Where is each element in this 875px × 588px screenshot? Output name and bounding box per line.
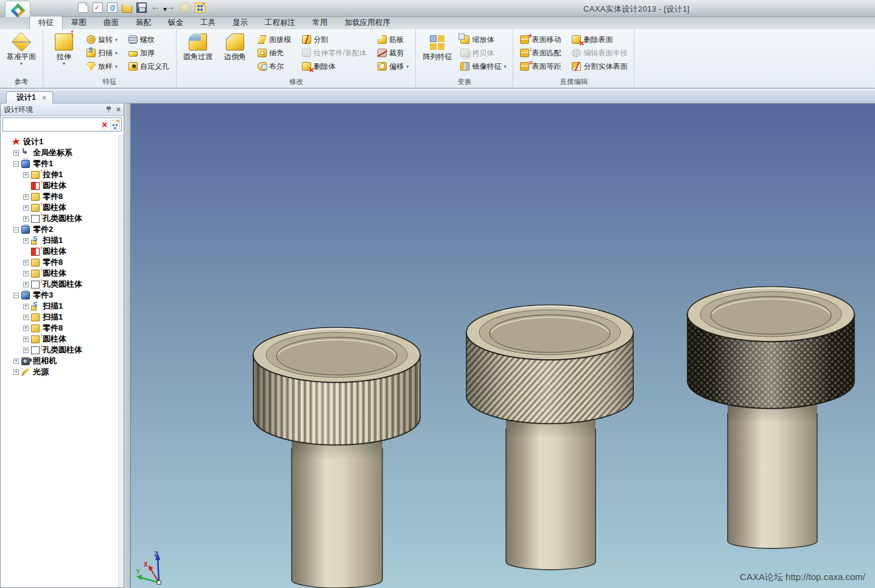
diamond-knurl-knob[interactable] [686,285,857,559]
tree-item[interactable]: 圆柱体 [1,180,118,191]
ribbon-small-button[interactable]: 扫描 ▾ [85,47,119,59]
ribbon-small-button[interactable]: 面拔模 ▾ [256,34,293,46]
tree-item[interactable]: + 零件8 [1,323,118,334]
ribbon-small-button[interactable]: 布尔 ▾ [256,61,293,72]
ribbon-tab[interactable]: 显示 [224,16,256,29]
ribbon-small-button[interactable]: 表面移动 ▾ [518,34,563,46]
tree-item[interactable]: + 圆柱体 [1,268,118,279]
ribbon-small-button[interactable]: 编辑表面半径 ▾ [570,47,629,59]
ribbon-small-button[interactable]: 拷贝体 ▾ [459,47,508,59]
tree-item[interactable]: + 孔类圆柱体 [1,345,118,355]
tree-expander[interactable]: + [23,172,29,178]
tree-expander[interactable]: + [23,271,29,276]
ribbon-small-button[interactable]: 表面等距 ▾ [518,61,563,72]
ribbon-small-button[interactable]: 偏移 ▾ [376,61,410,72]
fillet-button[interactable]: 圆角过渡 [181,31,214,63]
chamfer-button[interactable]: 边倒角 [219,31,251,63]
tree-item[interactable]: + 拉伸1 [1,169,118,180]
ribbon-small-button[interactable]: 删除表面 ▾ [570,34,629,46]
ribbon-tab[interactable]: 工程标注 [256,16,304,29]
tree-expander[interactable]: − [13,161,19,167]
pin-icon[interactable] [106,106,111,113]
panel-splitter[interactable] [124,103,130,588]
ribbon-small-button[interactable]: 分割实体表面 ▾ [570,61,629,72]
quick-access-icon[interactable] [136,2,147,13]
tree-item[interactable]: + 零件8 [1,257,118,268]
ribbon-small-button[interactable]: 分割 ▾ [300,34,368,46]
ribbon-tab[interactable]: 草图 [63,16,95,29]
tree-item[interactable]: − 零件2 [1,224,118,235]
quick-access-icon[interactable] [195,2,205,13]
ribbon-tab[interactable]: 曲面 [95,16,127,29]
tree-expander[interactable]: − [13,293,19,298]
ribbon-small-button[interactable]: 缩放体 ▾ [459,34,508,46]
datum-plane-button[interactable]: 基准平面 ▾ [5,31,38,67]
document-tab-design1[interactable]: 设计1 × [6,91,53,103]
ribbon-tab[interactable]: 加载应用程序 [336,16,399,29]
quick-access-icon[interactable] [151,2,161,13]
tree-expander[interactable]: + [23,326,29,331]
tree-expander[interactable]: + [13,150,19,156]
ribbon-small-button[interactable]: 删除体 ▾ [300,61,368,72]
ribbon-small-button[interactable]: 筋板 ▾ [376,34,410,46]
quick-access-icon[interactable] [180,2,191,13]
tree-item[interactable]: 设计1 [1,136,118,147]
ribbon-small-button[interactable]: 抽壳 ▾ [256,47,293,59]
ribbon-small-button[interactable]: 镜像特征 ▾ [459,61,508,72]
ribbon-small-button[interactable]: 拉伸零件/装配体 ▾ [300,47,368,59]
tree-expander[interactable]: + [23,348,29,353]
tree-expander[interactable]: + [13,369,19,375]
tree-item[interactable]: − 零件3 [1,290,118,301]
quick-access-icon[interactable] [107,2,118,13]
ribbon-small-button[interactable]: 加厚 ▾ [127,47,171,59]
tree-expander[interactable]: + [23,205,29,211]
extrude-button[interactable]: 拉伸 ▾ [48,31,80,67]
tree-expander[interactable]: + [23,194,29,200]
tree-item[interactable]: + 扫描1 [1,312,118,323]
quick-access-icon[interactable] [166,2,176,13]
ribbon-tab[interactable]: 特征 [29,16,63,29]
panel-close-icon[interactable]: × [116,105,121,114]
ribbon-small-button[interactable]: 表面匹配 ▾ [518,47,563,59]
ribbon-small-button[interactable]: 螺纹 ▾ [127,34,171,46]
tree-scrollbar[interactable] [118,135,124,587]
tree-item[interactable]: + 圆柱体 [1,202,118,213]
tree-item[interactable]: + 全局坐标系 [1,147,118,158]
straight-knurl-knob[interactable] [252,326,423,588]
tree-expander[interactable]: + [13,359,19,364]
ribbon-small-button[interactable]: 旋转 ▾ [85,34,119,46]
quick-access-icon[interactable] [122,2,132,13]
viewport-3d[interactable]: Z X Y CAXA论坛 http://top.caxa.com/ [130,103,875,588]
tree-expander[interactable]: + [23,260,29,265]
quick-access-icon[interactable] [78,2,88,13]
tree-expander[interactable]: + [23,304,29,309]
ribbon-tab[interactable]: 装配 [127,16,160,29]
tree-expander[interactable]: + [23,337,29,342]
tree-search-icon[interactable] [110,120,120,130]
tree-item[interactable]: 圆柱体 [1,246,118,257]
pattern-feature-button[interactable]: 阵列特征 [421,31,454,63]
ribbon-tab[interactable]: 工具 [192,16,224,29]
tree-item[interactable]: + 光源 [1,366,118,377]
quick-access-icon[interactable] [93,2,103,13]
tree-expander[interactable]: − [13,227,19,233]
ribbon-tab[interactable]: 钣金 [160,16,192,29]
tree-expander[interactable]: + [23,315,29,320]
tree-item[interactable]: + 扫描1 [1,235,118,246]
tree-item[interactable]: + 孔类圆柱体 [1,279,118,290]
tree-filter-input[interactable] [4,119,99,130]
quick-access-more-icon[interactable]: ▾ [163,5,167,13]
tree-expander[interactable]: + [23,216,29,222]
tree-expander[interactable]: + [23,238,29,243]
tree-item[interactable]: + 圆柱体 [1,334,118,345]
ribbon-small-button[interactable]: 放样 ▾ [85,61,119,72]
document-tab-close-icon[interactable]: × [42,94,46,102]
ribbon-small-button[interactable]: 自定义孔 ▾ [127,61,171,72]
tree-expander[interactable]: + [23,282,29,287]
tree-item[interactable]: + 孔类圆柱体 [1,213,118,224]
filter-clear-icon[interactable]: × [101,121,108,129]
tree-item[interactable]: + 照相机 [1,355,118,366]
tree-item[interactable]: − 零件1 [1,158,118,169]
ribbon-tab[interactable]: 常用 [304,16,336,29]
ribbon-small-button[interactable]: 裁剪 ▾ [376,47,410,59]
